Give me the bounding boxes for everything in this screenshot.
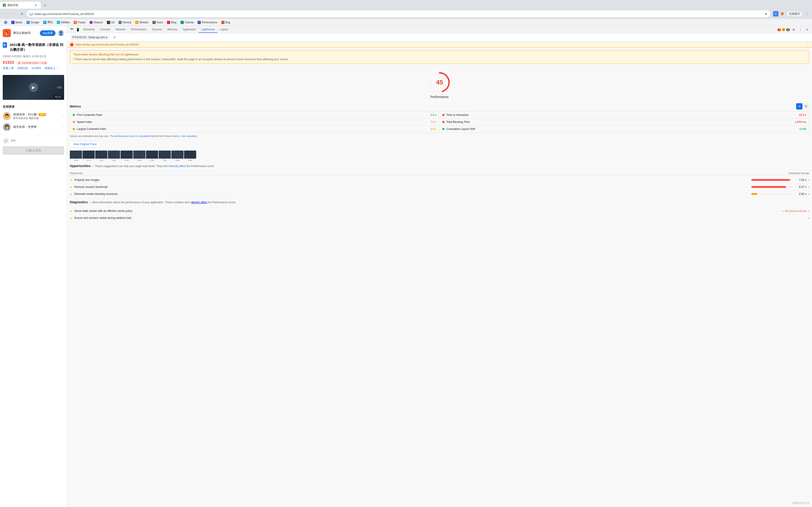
bookmark-baidu[interactable]: B Baidu [9, 20, 24, 25]
teacher-arrow-icon-1[interactable]: › [63, 115, 64, 118]
metrics-list-view-button[interactable]: ☰ [803, 103, 809, 110]
report-dropdown[interactable]: 下午9:03:23 - fudao.qq.com ▾ [70, 35, 109, 40]
opp-item-3[interactable]: ▲ Eliminate render-blocking resources 0.… [70, 190, 809, 198]
bookmark-nohost[interactable]: Nohost [117, 20, 133, 25]
metric-cls: Cumulative Layout Shift 0.046 [440, 126, 809, 132]
metric-si: Speed Index 7.6 s [70, 119, 440, 126]
opp-expand-icon-2[interactable]: › [808, 185, 809, 189]
browser-menu-button[interactable]: ⋮ [804, 10, 810, 17]
bookmark-bug[interactable]: 🐛 Bug [219, 20, 232, 25]
teacher-item-2[interactable]: 👩 辅导老师：李梦辉 › [3, 121, 64, 132]
new-tab-button[interactable]: + [42, 2, 48, 9]
report-dropdown-label: 下午9:03:23 - fudao.qq.com [71, 36, 105, 39]
filmstrip-thumb [95, 151, 107, 159]
https-url: https://fudao.qq.com/course.html?course_… [75, 43, 139, 46]
lighthouse-sub-toolbar: 下午9:03:23 - fudao.qq.com ▾ ↺ [67, 34, 812, 42]
filmstrip-thumb [120, 151, 133, 159]
bookmark-imweb[interactable]: IM IMWeb [55, 20, 71, 25]
bookmark-fudao[interactable]: 辅 Fudao [72, 20, 87, 25]
responsive-design-button[interactable]: 📱 [75, 27, 81, 33]
bookmark-tencent[interactable]: 腾 腾讯 [42, 20, 55, 25]
diagnostics-desc: — More information about the performance… [89, 201, 236, 205]
filmstrip-thumb [108, 151, 120, 159]
diag-warn-icon-2: ▲ [70, 216, 72, 220]
devtools-close-button[interactable]: ✕ [804, 27, 810, 33]
diag-expand-icon-1[interactable]: › [808, 209, 809, 213]
tab-application[interactable]: Application [180, 26, 199, 33]
tab-console[interactable]: Console [97, 26, 113, 33]
metric-status-dot [73, 128, 75, 130]
teacher-avatar-2: 👩 [3, 123, 11, 131]
opportunities-directly-affect-link[interactable]: directly affect [170, 165, 186, 168]
diag-expand-icon-2[interactable]: › [808, 216, 809, 220]
bookmark-google[interactable]: G Google [25, 20, 41, 25]
tab-sources[interactable]: Sources [149, 26, 165, 33]
course-header: 🐧 腾讯企鹅辅导 App查看 👤 [0, 26, 67, 40]
calculator-link[interactable]: See calculator. [181, 135, 198, 137]
feature-arrow-icon[interactable]: › [57, 67, 58, 70]
course-icon: 数 [3, 42, 7, 48]
opp-item-1[interactable]: ▲ Properly size images 7.02 s › [70, 176, 809, 183]
ext-icon-1[interactable]: G [773, 11, 778, 16]
bookmark-performance[interactable]: P Performance [196, 20, 219, 25]
https-more-icon[interactable]: ⋮ [807, 43, 809, 46]
devtools-settings-button[interactable]: ⚙ [791, 27, 797, 33]
video-thumbnail[interactable]: ▶ 试听 43:21 [3, 75, 64, 100]
devtools-more-button[interactable]: ⋮ [798, 27, 803, 33]
register-section: 💬 咨询 已截止报名 [0, 135, 67, 158]
tab-elements[interactable]: Elements [81, 26, 97, 33]
bookmark-star-icon[interactable]: ★ [765, 12, 768, 16]
teacher-arrow-icon-2[interactable]: › [63, 125, 64, 129]
chevron-down-icon: ▾ [106, 36, 107, 39]
element-inspector-button[interactable] [69, 27, 75, 33]
opp-item-2[interactable]: ▲ Remove unused JavaScript 6.37 s › [70, 183, 809, 190]
metrics-grid-view-button[interactable]: ≡ [796, 103, 803, 110]
view-original-trace-button[interactable]: View Original Trace [70, 141, 100, 147]
tab-network[interactable]: Network [113, 26, 128, 33]
tab-close-button[interactable]: ✕ [34, 3, 38, 7]
filmstrip-time: 0.3s [70, 159, 82, 161]
teacher-item-1[interactable]: 👨 授课老师：刘云鹏 ★4.9 教学经验丰富 幽默风趣 › [3, 111, 64, 121]
bookmark-tools[interactable]: 🔧 Tools [151, 20, 165, 25]
register-button[interactable]: 已截止报名 [3, 146, 64, 155]
reload-button[interactable]: ✕ [18, 11, 25, 17]
filmstrip-frame-10: 4.5s [184, 151, 196, 161]
lighthouse-reload-button[interactable]: ↺ [112, 35, 117, 40]
opp-expand-icon-1[interactable]: › [808, 178, 809, 182]
metric-status-dot [442, 121, 445, 123]
filmstrip-frame-3: 1.1s [95, 151, 107, 161]
warning-banner: There were issues affecting this run of … [70, 50, 809, 64]
opp-expand-icon-3[interactable]: › [808, 192, 809, 196]
app-download-button[interactable]: App查看 [40, 30, 55, 36]
tab-memory[interactable]: Memory [165, 26, 180, 33]
bookmark-git[interactable]: ⎇ Git [105, 20, 116, 25]
diag-item-1[interactable]: ▲ Serve static assets with an efficient … [70, 208, 809, 215]
back-button[interactable]: ← [2, 11, 9, 17]
bookmark-tutorial[interactable]: Tutorial [179, 20, 196, 25]
tab-lighthouse[interactable]: Lighthouse [199, 26, 217, 33]
teacher-avatar-1: 👨 [3, 112, 11, 120]
diag-item-2[interactable]: ▲ Ensure text remains visible during web… [70, 215, 809, 222]
https-warning-bar: 🔴 https://fudao.qq.com/course.html?cours… [67, 42, 812, 48]
tab-performance[interactable]: Performance [128, 26, 149, 33]
performance-score-link[interactable]: performance score is calculated [115, 135, 150, 137]
play-button[interactable]: ▶ [29, 83, 38, 92]
forward-button[interactable]: → [10, 11, 17, 17]
bookmark-blog[interactable]: Blog [165, 20, 178, 25]
ext-icon-metamask[interactable]: 🦊 [779, 11, 785, 16]
incognito-profile-button[interactable]: 无痕模式 [786, 11, 802, 16]
bookmark-g[interactable]: G [2, 20, 9, 25]
url-bar[interactable]: fudao.qq.com/course.html?course_id=24914… [27, 10, 770, 17]
metrics-header: Metrics ≡ ☰ [70, 103, 809, 110]
chat-icon[interactable]: 💬 [3, 137, 9, 144]
bookmark-isearch[interactable]: i iSearch [88, 20, 105, 25]
active-tab[interactable]: 📚 课程详情 ✕ [0, 2, 41, 9]
performance-label: Performance [430, 95, 449, 99]
tab-layers[interactable]: Layers [217, 26, 231, 33]
bookmark-whistle[interactable]: W Whistle [134, 20, 150, 25]
filmstrip-frame-1: 0.3s [70, 151, 82, 161]
filmstrip-time: 4.5s [184, 159, 196, 161]
filmstrip-frame-6: 2.5s [133, 151, 145, 161]
diagnostics-directly-affect-link[interactable]: directly affect [191, 201, 207, 204]
metric-value: 0.046 [800, 127, 806, 130]
